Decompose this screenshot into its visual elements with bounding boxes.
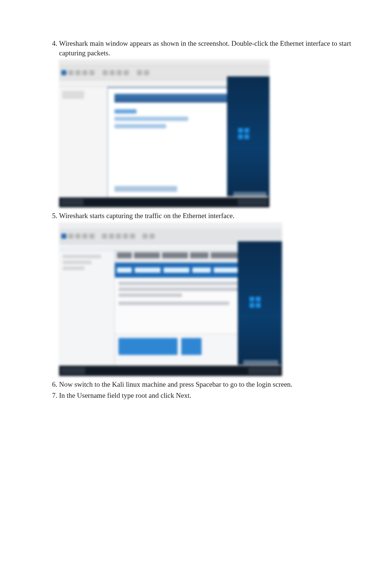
step-5-text: Wireshark starts capturing the traffic o… <box>59 212 234 220</box>
step-7: In the Username field type root and clic… <box>59 391 355 400</box>
step-6-text: Now switch to the Kali linux machine and… <box>59 380 292 388</box>
screenshot-wireshark-capturing <box>59 223 282 376</box>
screenshot-wireshark-welcome <box>59 60 269 207</box>
step-4: Wireshark main window appears as shown i… <box>59 39 355 207</box>
step-7-text: In the Username field type root and clic… <box>59 392 191 399</box>
step-5: Wireshark starts capturing the traffic o… <box>59 211 355 376</box>
instruction-list: Wireshark main window appears as shown i… <box>48 39 355 400</box>
step-6: Now switch to the Kali linux machine and… <box>59 380 355 389</box>
step-4-text: Wireshark main window appears as shown i… <box>59 39 351 57</box>
